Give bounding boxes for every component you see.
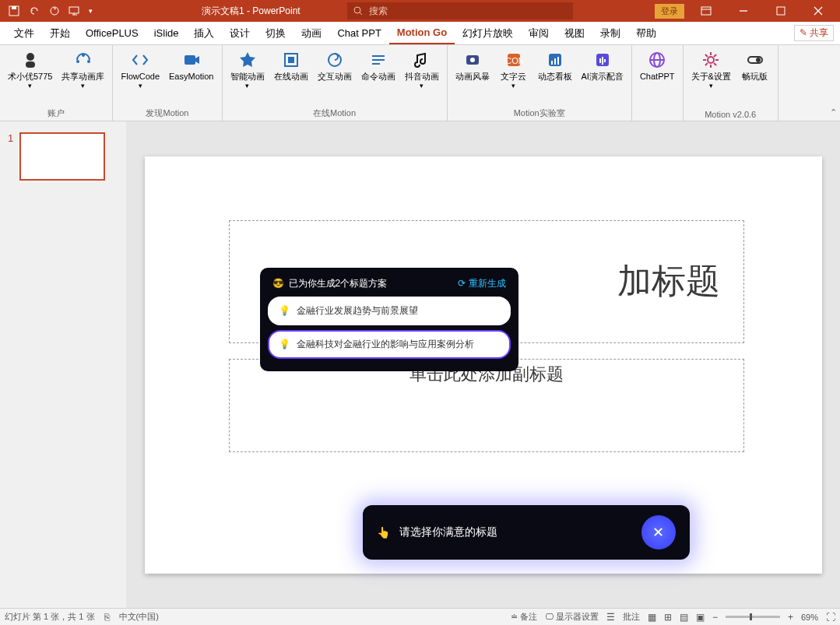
subtitle-placeholder[interactable]: 单击此处添加副标题 [229,359,744,452]
slide-editor: 加标题 单击此处添加副标题 😎 已为你生成2个标题方案 ⟳ 重新生成 [126,121,840,608]
menu-插入[interactable]: 插入 [186,22,222,44]
share-button[interactable]: ✎ 共享 [794,25,834,41]
ribbon-group: 智能动画▾在线动画交互动画命令动画抖音动画▾在线Motion [223,45,448,121]
redo-icon[interactable] [48,5,61,17]
ribbon-AI演示配音[interactable]: AI演示配音 [578,48,627,83]
ribbon-动画风暴[interactable]: 动画风暴 [452,48,493,83]
comments-icon[interactable]: ☰ [606,612,615,623]
svg-rect-33 [599,58,601,63]
code-icon [128,50,153,70]
minimize-icon[interactable] [728,0,759,22]
cloud-icon [460,50,485,70]
reading-view-icon[interactable]: ▤ [680,612,688,623]
menu-Motion Go[interactable]: Motion Go [389,22,455,44]
zoom-level[interactable]: 69% [801,613,818,622]
menu-切换[interactable]: 切换 [258,22,293,44]
ribbon-display-icon[interactable] [691,0,722,22]
menu-设计[interactable]: 设计 [222,22,258,44]
chevron-down-icon: ▾ [420,82,424,90]
menu-iSlide[interactable]: iSlide [146,22,187,44]
save-icon[interactable] [8,5,20,17]
regenerate-button[interactable]: ⟳ 重新生成 [458,277,506,290]
chevron-down-icon: ▾ [139,82,142,90]
zoom-out-icon[interactable]: − [712,612,718,623]
menu-文件[interactable]: 文件 [6,22,42,44]
ribbon-ChatPPT[interactable]: ChatPPT [637,48,678,83]
toggle-icon [743,50,768,70]
close-icon: ✕ [652,524,664,541]
menu-视图[interactable]: 视图 [557,22,592,44]
zoom-in-icon[interactable]: + [788,612,793,623]
zoom-slider[interactable] [726,616,780,618]
gear-icon [698,50,723,70]
ribbon-动态看板[interactable]: 动态看板 [535,48,575,83]
accessibility-icon[interactable]: ⎘ [104,612,110,623]
maximize-icon[interactable] [765,0,796,22]
close-icon[interactable] [803,0,834,22]
ribbon-关于&设置[interactable]: 关于&设置▾ [688,48,734,91]
ribbon-交互动画[interactable]: 交互动画 [315,48,355,83]
slideshow-icon[interactable] [69,5,81,17]
ribbon-共享动画库[interactable]: 共享动画库▾ [58,48,107,91]
ribbon-畅玩版[interactable]: 畅玩版 [737,48,773,83]
ai-option-1[interactable]: 💡 金融行业发展趋势与前景展望 [268,297,511,325]
ribbon-抖音动画[interactable]: 抖音动画▾ [402,48,442,91]
ai-popup-title: 已为你生成2个标题方案 [289,277,388,290]
ribbon-智能动画[interactable]: 智能动画▾ [227,48,268,91]
ribbon-item-label: 文字云 [501,72,526,82]
notes-button[interactable]: ≐ 备注 [511,611,537,623]
sorter-view-icon[interactable]: ⊞ [664,612,672,623]
thumbnail-row[interactable]: 1 [8,132,118,181]
display-settings-button[interactable]: 🖵 显示器设置 [545,611,599,623]
ribbon-group-label: 发现Motion [113,107,221,121]
ribbon-group: ChatPPT [632,45,684,121]
qat-dropdown-icon[interactable]: ▾ [89,7,93,15]
thumbnail[interactable] [19,132,105,181]
ai-title-popup: 😎 已为你生成2个标题方案 ⟳ 重新生成 💡 金融行业发展趋势与前景展望 💡 金… [260,268,518,371]
svg-rect-34 [602,57,603,65]
menu-OfficePLUS[interactable]: OfficePLUS [78,22,146,44]
slide[interactable]: 加标题 单击此处添加副标题 😎 已为你生成2个标题方案 ⟳ 重新生成 [145,156,822,574]
ribbon-group-label: 账户 [0,107,112,121]
ai-bottom-prompt: 👆 请选择你满意的标题 ✕ [363,505,690,560]
ribbon-FlowCode[interactable]: FlowCode▾ [118,48,163,91]
menu-审阅[interactable]: 审阅 [521,22,557,44]
undo-icon[interactable] [28,5,40,17]
ribbon-文字云[interactable]: ICON文字云▾ [496,48,532,91]
bulb-icon: 💡 [279,339,290,349]
collapse-ribbon-icon[interactable]: ⌃ [830,107,837,118]
ai-option-2[interactable]: 💡 金融科技对金融行业的影响与应用案例分析 [268,330,511,359]
comments-label[interactable]: 批注 [623,611,640,623]
slideshow-view-icon[interactable]: ▣ [696,612,705,623]
ribbon-item-label: 关于&设置 [691,72,731,82]
menu-动画[interactable]: 动画 [293,22,329,44]
normal-view-icon[interactable]: ▦ [648,612,656,623]
svg-text:ICON: ICON [504,56,523,65]
svg-rect-6 [701,7,711,15]
menu-幻灯片放映[interactable]: 幻灯片放映 [455,22,521,44]
ribbon-group-label: 在线Motion [223,107,447,121]
menu-开始[interactable]: 开始 [42,22,78,44]
main-area: 1 加标题 单击此处添加副标题 😎 已为你生成2个标题方案 ⟳ [0,121,840,608]
ribbon-item-label: 术小优5775 [8,72,52,82]
language-label[interactable]: 中文(中国) [119,611,159,623]
svg-point-16 [87,60,90,63]
music-icon [409,50,434,70]
menu-帮助[interactable]: 帮助 [628,22,664,44]
menu-录制[interactable]: 录制 [592,22,628,44]
menu-Chat PPT[interactable]: Chat PPT [329,22,388,44]
titlebar: ▾ 演示文稿1 - PowerPoint 搜索 登录 [0,0,840,22]
ribbon-命令动画[interactable]: 命令动画 [358,48,399,83]
ribbon-item-label: FlowCode [121,72,160,82]
spiral-icon [322,50,347,70]
refresh-icon: ⟳ [458,278,466,289]
quick-access: ▾ [0,5,93,17]
ribbon-在线动画[interactable]: 在线动画 [271,48,311,83]
ribbon-EasyMotion[interactable]: EasyMotion [166,48,216,83]
login-button[interactable]: 登录 [655,4,684,19]
close-prompt-button[interactable]: ✕ [641,515,676,550]
fit-window-icon[interactable]: ⛶ [826,612,835,623]
ribbon-item-label: 动画风暴 [455,72,490,82]
ribbon-术小优5775[interactable]: 术小优5775▾ [5,48,55,91]
search-box[interactable]: 搜索 [347,2,573,19]
